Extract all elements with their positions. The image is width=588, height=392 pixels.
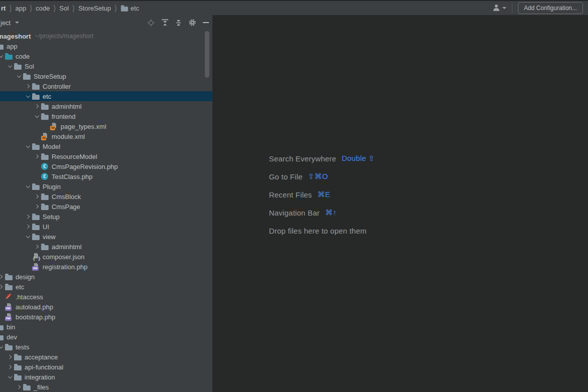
tree-item-icon-slot xyxy=(14,364,23,370)
chevron-right-icon[interactable] xyxy=(0,285,3,289)
tree-row[interactable]: CmsBlock xyxy=(0,191,213,202)
tree-row[interactable]: <>page_types.xml xyxy=(0,121,213,131)
chevron-right-icon[interactable] xyxy=(35,194,39,199)
tree-row[interactable]: adminhtml xyxy=(0,242,213,252)
breadcrumb-item[interactable]: etc xyxy=(121,5,139,12)
tree-row[interactable]: _files xyxy=(0,382,213,392)
chevron-right-icon[interactable] xyxy=(35,205,39,209)
tree-row[interactable]: acceptance xyxy=(0,352,213,362)
tree-row[interactable]: adminhtml xyxy=(0,101,213,111)
editor-hint-label: Drop files here to open them xyxy=(269,227,367,235)
tree-row[interactable]: PHPautoload.php xyxy=(0,302,213,312)
tree-row[interactable]: PHPregistration.php xyxy=(0,262,213,272)
breadcrumb-item[interactable]: Sol xyxy=(60,5,69,12)
chevron-right-icon[interactable] xyxy=(17,385,21,389)
expand-all-icon[interactable] xyxy=(161,19,169,26)
tree-item-icon-slot xyxy=(41,204,50,210)
chevron-right-icon[interactable] xyxy=(0,275,3,279)
tree-item-icon-slot xyxy=(0,43,5,50)
chevron-down-icon[interactable] xyxy=(26,143,30,147)
tree-row-content: api-functional xyxy=(6,362,63,372)
tree-row[interactable]: Controller xyxy=(0,81,213,91)
chevron-down-icon[interactable] xyxy=(17,73,21,77)
chevron-right-icon[interactable] xyxy=(35,245,39,249)
settings-gear-icon[interactable] xyxy=(188,19,196,27)
tree-row[interactable]: frontend xyxy=(0,111,213,121)
tree-item-label: Sol xyxy=(25,63,34,70)
tree-row[interactable]: tests xyxy=(0,342,213,352)
locate-icon[interactable] xyxy=(147,19,155,27)
chevron-right-icon[interactable] xyxy=(35,154,39,158)
tree-item-label: view xyxy=(43,233,56,241)
add-configuration-button[interactable]: Add Configuration... xyxy=(518,2,583,14)
user-menu[interactable] xyxy=(493,5,506,12)
tree-item-icon-slot: C xyxy=(41,173,50,180)
chevron-down-icon[interactable] xyxy=(26,93,30,97)
editor-hint-line: Go to File⇧⌘O xyxy=(269,171,375,181)
project-path-label: ~/projects/mageshort xyxy=(35,33,93,40)
tree-row[interactable]: .htaccess xyxy=(0,292,213,302)
chevron-down-icon[interactable] xyxy=(0,344,3,348)
tree-row[interactable]: etc xyxy=(0,91,213,101)
project-panel-header: ject xyxy=(0,15,212,30)
tree-row[interactable]: Sol xyxy=(0,61,213,71)
tree-row[interactable]: etc xyxy=(0,282,213,292)
tree-row[interactable]: dev xyxy=(0,332,213,342)
tree-row[interactable]: CCmsPageRevision.php xyxy=(0,161,213,171)
breadcrumb-item[interactable]: code xyxy=(36,5,50,12)
tree-item-label: tests xyxy=(16,343,29,351)
tree-row[interactable]: <>module.xml xyxy=(0,131,213,141)
php-file-icon: PHP xyxy=(5,313,13,321)
tree-item-icon-slot xyxy=(32,93,41,100)
chevron-down-icon[interactable] xyxy=(26,183,30,187)
tree-row[interactable]: { }composer.json xyxy=(0,252,213,262)
hide-panel-icon[interactable] xyxy=(203,22,209,23)
tree-row-content: PHPregistration.php xyxy=(24,262,88,272)
tree-row[interactable]: ResourceModel xyxy=(0,151,213,161)
tree-item-label: app xyxy=(7,43,18,50)
folder-icon xyxy=(14,355,22,360)
tree-item-label: registration.php xyxy=(43,263,88,271)
breadcrumb-item[interactable]: app xyxy=(15,5,26,12)
tree-row-content: CmsPage xyxy=(33,202,80,212)
tree-row[interactable]: UI xyxy=(0,222,213,232)
chevron-right-icon[interactable] xyxy=(26,84,30,88)
tree-row[interactable]: mageshort~/projects/mageshort xyxy=(0,31,213,41)
chevron-right-icon[interactable] xyxy=(26,225,30,229)
chevron-down-icon[interactable] xyxy=(26,234,30,238)
chevron-right-icon[interactable] xyxy=(35,104,39,108)
collapse-all-icon[interactable] xyxy=(175,20,182,26)
breadcrumb-item[interactable]: StoreSetup xyxy=(78,5,111,12)
tree-row[interactable]: CTestClass.php xyxy=(0,171,213,181)
tree-row[interactable]: Setup xyxy=(0,212,213,222)
breadcrumb-item[interactable]: rt xyxy=(1,5,6,12)
tree-row-content: adminhtml xyxy=(33,242,82,252)
tree-row[interactable]: app xyxy=(0,41,213,51)
editor-hint-shortcut: Double ⇧ xyxy=(342,154,375,163)
tree-row[interactable]: PHPbootstrap.php xyxy=(0,312,213,322)
tree-item-icon-slot: PHP xyxy=(32,263,41,271)
tree-row[interactable]: api-functional xyxy=(0,362,213,372)
tree-row[interactable]: Plugin xyxy=(0,181,213,191)
tree-item-label: design xyxy=(16,273,35,281)
chevron-down-icon[interactable] xyxy=(0,53,3,57)
tree-row[interactable]: bin xyxy=(0,322,213,332)
chevron-right-icon[interactable] xyxy=(26,215,30,219)
tree-row[interactable]: code xyxy=(0,51,213,61)
project-view-selector[interactable]: ject xyxy=(0,19,19,27)
tree-row[interactable]: CmsPage xyxy=(0,202,213,212)
tree-row[interactable]: StoreSetup xyxy=(0,71,213,81)
tree-row[interactable]: Model xyxy=(0,141,213,151)
chevron-right-icon[interactable] xyxy=(8,365,12,369)
tree-scrollbar[interactable] xyxy=(205,31,209,78)
tree-row[interactable]: view xyxy=(0,232,213,242)
chevron-down-icon[interactable] xyxy=(35,113,39,117)
tree-row[interactable]: integration xyxy=(0,372,213,382)
chevron-right-icon[interactable] xyxy=(8,355,12,359)
chevron-slot xyxy=(33,116,41,117)
tree-row[interactable]: design xyxy=(0,272,213,282)
folder-icon xyxy=(14,365,22,370)
chevron-down-icon[interactable] xyxy=(8,63,12,67)
tree-row-content: integration xyxy=(6,372,55,382)
chevron-down-icon[interactable] xyxy=(8,374,12,378)
